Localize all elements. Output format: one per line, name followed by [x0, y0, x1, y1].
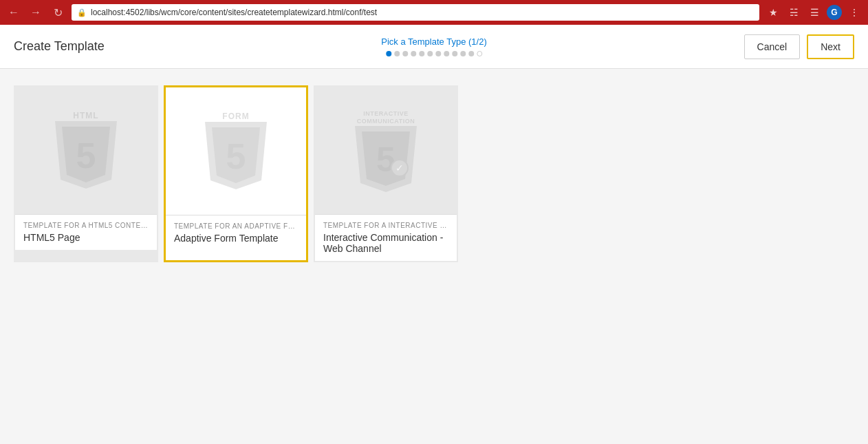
html5-shield-svg: HTML 5	[48, 107, 124, 193]
svg-text:5: 5	[76, 136, 96, 176]
step-dot-2	[394, 51, 400, 56]
template-card-image-html5: HTML 5	[15, 87, 157, 214]
main-content: HTML 5 TEMPLATE FOR A HTML5 CONTENT PAGE…	[0, 69, 868, 444]
next-button[interactable]: Next	[807, 34, 854, 59]
step-dot-5	[419, 51, 424, 56]
menu-button[interactable]: ⋮	[846, 4, 862, 21]
template-subtitle-form: TEMPLATE FOR AN ADAPTIVE FORM.	[174, 222, 298, 230]
template-card-image-form: FORM 5	[166, 87, 306, 215]
header-actions: Cancel Next	[744, 34, 854, 59]
address-bar[interactable]: 🔒 localhost:4502/libs/wcm/core/content/s…	[72, 4, 759, 21]
template-card-image-interactive: INTERACTIVE COMMUNICATION 5 ✓	[315, 87, 457, 214]
step-dot-12	[477, 51, 482, 56]
template-subtitle-html5: TEMPLATE FOR A HTML5 CONTENT PAGE.	[23, 222, 149, 229]
step-dot-4	[411, 51, 416, 56]
step-dot-1	[386, 51, 391, 56]
back-button[interactable]: ←	[6, 4, 22, 21]
template-subtitle-interactive: TEMPLATE FOR A INTERACTIVE COMM...	[323, 222, 448, 229]
reload-button[interactable]: ↻	[50, 4, 66, 21]
svg-text:HTML: HTML	[73, 111, 98, 120]
step-dot-6	[427, 51, 433, 56]
url-text: localhost:4502/libs/wcm/core/content/sit…	[91, 8, 377, 17]
user-account-button[interactable]: G	[827, 5, 842, 20]
step-dot-11	[468, 51, 474, 56]
app-header: Create Template Pick a Template Type (1/…	[0, 25, 868, 69]
step-dot-7	[435, 51, 441, 56]
svg-text:✓: ✓	[395, 162, 404, 173]
svg-text:FORM: FORM	[222, 112, 249, 121]
template-card-info-form: TEMPLATE FOR AN ADAPTIVE FORM. Adaptive …	[166, 215, 306, 251]
cancel-button[interactable]: Cancel	[744, 34, 801, 59]
browser-actions: ★ ☵ ☰ G ⋮	[765, 4, 862, 21]
template-name-html5: HTML5 Page	[23, 232, 149, 243]
form-shield-svg: FORM 5	[198, 108, 274, 194]
wizard-step-label: Pick a Template Type (1/2)	[381, 36, 486, 47]
browser-chrome: ← → ↻ 🔒 localhost:4502/libs/wcm/core/con…	[0, 0, 868, 25]
forward-button[interactable]: →	[28, 4, 44, 21]
step-dot-3	[402, 51, 408, 56]
template-card-info-html5: TEMPLATE FOR A HTML5 CONTENT PAGE. HTML5…	[15, 214, 157, 250]
template-card-interactive[interactable]: INTERACTIVE COMMUNICATION 5 ✓ TEMPLATE F…	[314, 85, 458, 262]
wizard-step-indicator: Pick a Template Type (1/2)	[381, 36, 486, 56]
step-dot-10	[460, 51, 466, 56]
template-card-adaptive-form[interactable]: FORM 5 TEMPLATE FOR AN ADAPTIVE FORM. Ad…	[164, 85, 308, 262]
extensions-button[interactable]: ☵	[785, 4, 802, 21]
step-dot-8	[444, 51, 449, 56]
bookmark-button[interactable]: ★	[765, 4, 781, 21]
template-name-form: Adaptive Form Template	[174, 233, 298, 244]
svg-text:5: 5	[226, 136, 246, 176]
template-card-info-interactive: TEMPLATE FOR A INTERACTIVE COMM... Inter…	[315, 214, 457, 261]
template-grid: HTML 5 TEMPLATE FOR A HTML5 CONTENT PAGE…	[14, 85, 854, 262]
wizard-step-dots	[386, 51, 482, 56]
page-title: Create Template	[14, 39, 105, 54]
template-card-html5[interactable]: HTML 5 TEMPLATE FOR A HTML5 CONTENT PAGE…	[14, 85, 158, 262]
step-dot-9	[452, 51, 457, 56]
svg-text:INTERACTIVE: INTERACTIVE	[363, 110, 409, 117]
template-name-interactive: Interactive Communication - Web Channel	[323, 232, 448, 254]
svg-text:COMMUNICATION: COMMUNICATION	[357, 118, 415, 125]
sidebar-button[interactable]: ☰	[806, 4, 823, 21]
lock-icon: 🔒	[77, 8, 87, 17]
interactive-shield-svg: INTERACTIVE COMMUNICATION 5 ✓	[345, 107, 427, 193]
